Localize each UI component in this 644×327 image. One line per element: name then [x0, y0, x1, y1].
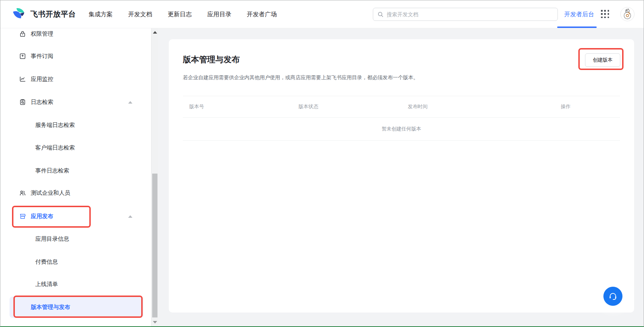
- event-subscribe-icon: [19, 53, 26, 60]
- log-search-icon: [19, 99, 26, 106]
- sidebar: 权限管理 事件订阅 应用监控 日志检索: [0, 28, 158, 326]
- scroll-down-arrow-icon[interactable]: [153, 321, 157, 323]
- content-card: 版本管理与发布 若企业自建应用需要供企业内其他用户使用，或商店应用需要上架飞书应…: [169, 39, 634, 313]
- apps-grid-icon[interactable]: [601, 10, 610, 19]
- sidebar-item-app-release[interactable]: 应用发布: [0, 209, 151, 223]
- page-description: 若企业自建应用需要供企业内其他用户使用，或商店应用需要上架飞书应用目录，都必须发…: [183, 74, 418, 81]
- sidebar-item-payment-info[interactable]: 付费信息: [0, 255, 151, 269]
- sidebar-item-client-log-search[interactable]: 客户端日志检索: [0, 141, 151, 155]
- developer-console-link[interactable]: 开发者后台: [564, 10, 594, 18]
- help-button[interactable]: [603, 287, 622, 306]
- active-tab-underline: [557, 27, 597, 28]
- app-window: 飞书开放平台 集成方案 开发文档 更新日志 应用目录 开发者广场 开发者后台: [0, 0, 644, 327]
- people-icon: [19, 189, 26, 197]
- feishu-logo-icon: [13, 8, 27, 21]
- search-box[interactable]: [373, 8, 558, 21]
- body-layout: 权限管理 事件订阅 应用监控 日志检索: [0, 28, 644, 326]
- sidebar-item-version-release[interactable]: 版本管理与发布: [10, 297, 143, 318]
- logo-text: 飞书开放平台: [30, 9, 76, 19]
- collapse-caret-icon[interactable]: [128, 215, 132, 218]
- nav-item-integration[interactable]: 集成方案: [89, 10, 113, 18]
- sidebar-item-launch-checklist[interactable]: 上线清单: [0, 277, 151, 291]
- sidebar-scrollbar[interactable]: [151, 28, 158, 326]
- logo[interactable]: 飞书开放平台: [13, 8, 76, 21]
- sidebar-item-event-log-search[interactable]: 事件日志检索: [0, 164, 151, 178]
- main-content: 版本管理与发布 若企业自建应用需要供企业内其他用户使用，或商店应用需要上架飞书应…: [158, 28, 644, 326]
- search-icon: [377, 11, 383, 17]
- column-header-version-status: 版本状态: [292, 104, 402, 110]
- sidebar-item-server-log-search[interactable]: 服务端日志检索: [0, 118, 151, 132]
- headset-icon: [608, 291, 618, 301]
- column-header-version-number: 版本号: [183, 104, 292, 110]
- sidebar-item-app-directory-info[interactable]: 应用目录信息: [0, 232, 151, 246]
- store-icon: [19, 213, 26, 220]
- collapse-caret-icon[interactable]: [128, 101, 132, 104]
- sidebar-item-test-company[interactable]: 测试企业和人员: [0, 186, 151, 200]
- avatar-image: [621, 7, 634, 21]
- sidebar-item-app-monitor[interactable]: 应用监控: [0, 72, 151, 86]
- sidebar-item-permissions[interactable]: 权限管理: [0, 28, 151, 41]
- table-header-row: 版本号 版本状态 发布时间 操作: [183, 96, 620, 118]
- page-title: 版本管理与发布: [183, 54, 240, 65]
- column-header-actions: 操作: [554, 104, 620, 110]
- nav-item-docs[interactable]: 开发文档: [128, 10, 152, 18]
- column-header-publish-time: 发布时间: [401, 104, 554, 110]
- avatar[interactable]: [620, 7, 634, 21]
- monitor-chart-icon: [19, 76, 26, 83]
- search-input[interactable]: [387, 11, 553, 17]
- nav-item-changelog[interactable]: 更新日志: [168, 10, 192, 18]
- scrollbar-thumb[interactable]: [152, 174, 157, 317]
- version-table: 版本号 版本状态 发布时间 操作 暂未创建任何版本: [183, 96, 620, 141]
- sidebar-item-log-search[interactable]: 日志检索: [0, 95, 151, 109]
- table-empty-state: 暂未创建任何版本: [183, 118, 620, 141]
- nav-item-dev-plaza[interactable]: 开发者广场: [247, 10, 277, 18]
- lock-icon: [19, 30, 26, 37]
- sidebar-item-event-subscription[interactable]: 事件订阅: [0, 49, 151, 63]
- nav-item-app-directory[interactable]: 应用目录: [207, 10, 231, 18]
- create-version-button[interactable]: 创建版本: [585, 53, 620, 67]
- primary-nav: 集成方案 开发文档 更新日志 应用目录 开发者广场: [89, 10, 277, 18]
- top-nav-bar: 飞书开放平台 集成方案 开发文档 更新日志 应用目录 开发者广场 开发者后台: [0, 0, 644, 28]
- scroll-up-arrow-icon[interactable]: [153, 31, 157, 34]
